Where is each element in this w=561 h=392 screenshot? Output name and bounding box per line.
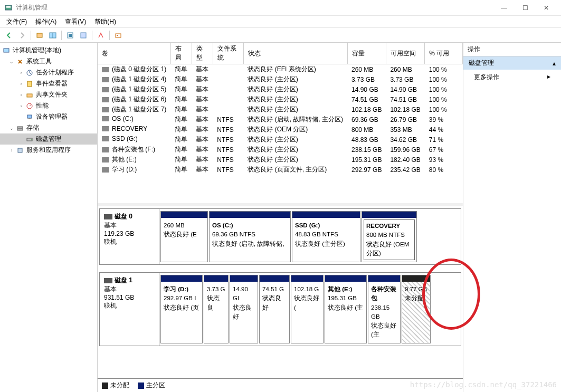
toolbar-btn-4[interactable] bbox=[78, 30, 89, 41]
volume-row[interactable]: 学习 (D:)简单基本NTFS状态良好 (页面文件, 主分区)292.97 GB… bbox=[98, 165, 463, 175]
partition[interactable]: 74.51 G状态良好 bbox=[259, 275, 290, 343]
actions-pane: 操作 磁盘管理 ▴ 更多操作 ▸ bbox=[463, 43, 561, 392]
volume-icon bbox=[102, 136, 109, 141]
volume-icon bbox=[102, 126, 109, 131]
volume-row[interactable]: (磁盘 1 磁盘分区 7)简单基本状态良好 (主分区)102.18 GB102.… bbox=[98, 104, 463, 114]
partition[interactable]: 260 MB状态良好 (E bbox=[160, 211, 208, 262]
refresh-button[interactable] bbox=[64, 30, 76, 41]
volume-row[interactable]: 各种安装包 (F:)简单基本NTFS状态良好 (主分区)238.15 GB159… bbox=[98, 145, 463, 155]
partition[interactable]: 3.73 G状态良 bbox=[204, 275, 229, 343]
volume-icon bbox=[102, 147, 109, 152]
col-free[interactable]: 可用空间 bbox=[386, 43, 424, 64]
expand-icon[interactable]: › bbox=[18, 92, 24, 98]
expand-icon[interactable]: › bbox=[18, 81, 24, 87]
perf-icon bbox=[25, 102, 34, 110]
partition[interactable]: 9.77 GB未分配 bbox=[402, 275, 431, 343]
tree-label: 服务和应用程序 bbox=[26, 146, 71, 155]
volume-row[interactable]: (磁盘 0 磁盘分区 1)简单基本状态良好 (EFI 系统分区)260 MB26… bbox=[98, 64, 463, 75]
actions-more-label: 更多操作 bbox=[474, 73, 499, 82]
disk-header[interactable]: 磁盘 1基本931.51 GB联机 bbox=[100, 273, 159, 346]
volume-row[interactable]: SSD (G:)简单基本NTFS状态良好 (主分区)48.83 GB34.62 … bbox=[98, 135, 463, 145]
tree-label: 磁盘管理 bbox=[36, 135, 61, 144]
services-icon bbox=[16, 146, 24, 155]
menu-file[interactable]: 文件(F) bbox=[2, 16, 31, 28]
forward-button[interactable] bbox=[16, 30, 28, 41]
expand-icon[interactable]: › bbox=[18, 70, 24, 76]
menu-help[interactable]: 帮助(H) bbox=[90, 16, 120, 28]
diskmgmt-icon bbox=[25, 135, 34, 144]
volume-row[interactable]: RECOVERY简单基本NTFS状态良好 (OEM 分区)800 MB353 M… bbox=[98, 125, 463, 135]
volume-icon bbox=[102, 157, 109, 162]
collapse-icon[interactable]: ⌄ bbox=[8, 59, 15, 65]
col-fs[interactable]: 文件系统 bbox=[213, 43, 243, 64]
svg-rect-18 bbox=[17, 127, 23, 128]
storage-icon bbox=[16, 124, 24, 132]
partition[interactable]: RECOVERY800 MB NTFS状态良好 (OEM 分区) bbox=[362, 211, 417, 262]
col-type[interactable]: 类型 bbox=[192, 43, 213, 64]
back-button[interactable] bbox=[3, 30, 15, 41]
partition[interactable]: SSD (G:)48.83 GB NTFS状态良好 (主分区) bbox=[292, 211, 360, 262]
volume-icon bbox=[102, 67, 109, 72]
expand-icon[interactable]: › bbox=[8, 147, 15, 154]
col-volume[interactable]: 卷 bbox=[98, 43, 170, 64]
volume-row[interactable]: OS (C:)简单基本NTFS状态良好 (启动, 故障转储, 主分区)69.36… bbox=[98, 114, 463, 125]
legend-unalloc-label: 未分配 bbox=[110, 381, 129, 389]
tree-scheduler[interactable]: › 任务计划程序 bbox=[0, 67, 97, 78]
minimize-button[interactable]: — bbox=[493, 1, 515, 15]
col-layout[interactable]: 布局 bbox=[170, 43, 192, 64]
collapse-icon[interactable]: ⌄ bbox=[8, 125, 15, 131]
maximize-button[interactable]: ☐ bbox=[515, 1, 536, 15]
volume-row[interactable]: (磁盘 1 磁盘分区 6)简单基本状态良好 (主分区)74.51 GB74.51… bbox=[98, 94, 463, 104]
partition[interactable]: 14.90 GI状态良好 bbox=[230, 275, 258, 343]
svg-rect-7 bbox=[69, 34, 72, 37]
svg-rect-16 bbox=[27, 115, 32, 118]
close-button[interactable]: ✕ bbox=[536, 1, 557, 15]
tree-root[interactable]: 计算机管理(本地) bbox=[0, 45, 97, 56]
disk-header[interactable]: 磁盘 0基本119.23 GB联机 bbox=[100, 209, 159, 264]
volume-icon bbox=[102, 107, 109, 112]
tree-diskmgmt[interactable]: 磁盘管理 bbox=[0, 133, 97, 145]
menu-view[interactable]: 查看(V) bbox=[61, 16, 90, 28]
partition[interactable]: 其他 (E:)195.31 GB状态良好 (主 bbox=[325, 275, 367, 343]
col-status[interactable]: 状态 bbox=[243, 43, 347, 64]
tools-icon bbox=[16, 58, 24, 66]
partition[interactable]: 学习 (D:)292.97 GB I状态良好 (页 bbox=[160, 275, 203, 343]
tree-systools[interactable]: ⌄ 系统工具 bbox=[0, 56, 97, 67]
partition[interactable]: 各种安装包238.15 GB状态良好 (主 bbox=[368, 275, 401, 343]
tree-devmgr[interactable]: 设备管理器 bbox=[0, 111, 97, 122]
volume-icon bbox=[102, 87, 109, 92]
tree-label: 计算机管理(本地) bbox=[13, 46, 61, 55]
volume-row[interactable]: 其他 (E:)简单基本NTFS状态良好 (主分区)195.31 GB182.40… bbox=[98, 155, 463, 165]
actions-section[interactable]: 磁盘管理 ▴ bbox=[463, 56, 561, 70]
disk-map: 磁盘 0基本119.23 GB联机260 MB状态良好 (EOS (C:)69.… bbox=[98, 206, 463, 378]
expand-icon[interactable]: › bbox=[18, 103, 24, 109]
legend-primary-label: 主分区 bbox=[146, 381, 165, 389]
col-capacity[interactable]: 容量 bbox=[347, 43, 386, 64]
partition[interactable]: OS (C:)69.36 GB NTFS状态良好 (启动, 故障转储, bbox=[209, 211, 291, 262]
svg-rect-10 bbox=[117, 35, 118, 36]
menubar: 文件(F) 操作(A) 查看(V) 帮助(H) bbox=[0, 16, 561, 28]
tree-label: 任务计划程序 bbox=[36, 68, 74, 77]
toolbar-btn-6[interactable] bbox=[112, 30, 124, 41]
tree-eventviewer[interactable]: › 事件查看器 bbox=[0, 78, 97, 89]
tree-services[interactable]: › 服务和应用程序 bbox=[0, 145, 97, 156]
partition[interactable]: 102.18 G状态良好 ( bbox=[291, 275, 324, 343]
menu-action[interactable]: 操作(A) bbox=[31, 16, 61, 28]
col-pctfree[interactable]: % 可用 bbox=[425, 43, 463, 64]
volume-row[interactable]: (磁盘 1 磁盘分区 5)简单基本状态良好 (主分区)14.90 GB14.90… bbox=[98, 84, 463, 94]
toolbar-btn-1[interactable] bbox=[34, 30, 45, 41]
toolbar-btn-5[interactable] bbox=[95, 30, 107, 41]
actions-more[interactable]: 更多操作 ▸ bbox=[463, 70, 561, 85]
titlebar: 计算机管理 — ☐ ✕ bbox=[0, 0, 561, 16]
legend-primary-swatch bbox=[138, 383, 144, 389]
toolbar-btn-2[interactable] bbox=[47, 30, 59, 41]
devmgr-icon bbox=[25, 113, 34, 121]
tree-perf[interactable]: › 性能 bbox=[0, 100, 97, 111]
svg-rect-9 bbox=[116, 34, 121, 37]
disk-row: 磁盘 1基本931.51 GB联机学习 (D:)292.97 GB I状态良好 … bbox=[99, 272, 461, 346]
volume-icon bbox=[102, 77, 109, 82]
svg-rect-11 bbox=[4, 49, 9, 52]
tree-storage[interactable]: ⌄ 存储 bbox=[0, 122, 97, 133]
volume-row[interactable]: (磁盘 1 磁盘分区 4)简单基本状态良好 (主分区)3.73 GB3.73 G… bbox=[98, 74, 463, 84]
tree-shared[interactable]: › 共享文件夹 bbox=[0, 89, 97, 100]
